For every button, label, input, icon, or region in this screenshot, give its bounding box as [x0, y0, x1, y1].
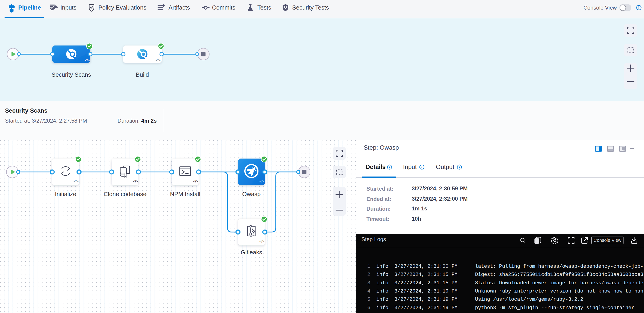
svg-text:Build: Build — [136, 71, 149, 78]
svg-text:</>: </> — [74, 179, 78, 183]
svg-text:</>: </> — [133, 179, 138, 183]
svg-text:Owasp: Owasp — [242, 191, 261, 197]
svg-text:Clone codebase: Clone codebase — [104, 191, 146, 197]
svg-text:</>: </> — [193, 179, 198, 183]
svg-text:Security Scans: Security Scans — [52, 71, 91, 78]
svg-text:Gitleaks: Gitleaks — [241, 249, 262, 256]
svg-text:NPM Install: NPM Install — [170, 191, 200, 197]
svg-text:Initialize: Initialize — [55, 191, 76, 197]
svg-text:</>: </> — [260, 179, 264, 183]
svg-text:</>: </> — [85, 58, 90, 62]
svg-text:</>: </> — [260, 239, 264, 243]
svg-text:</>: </> — [156, 58, 160, 62]
